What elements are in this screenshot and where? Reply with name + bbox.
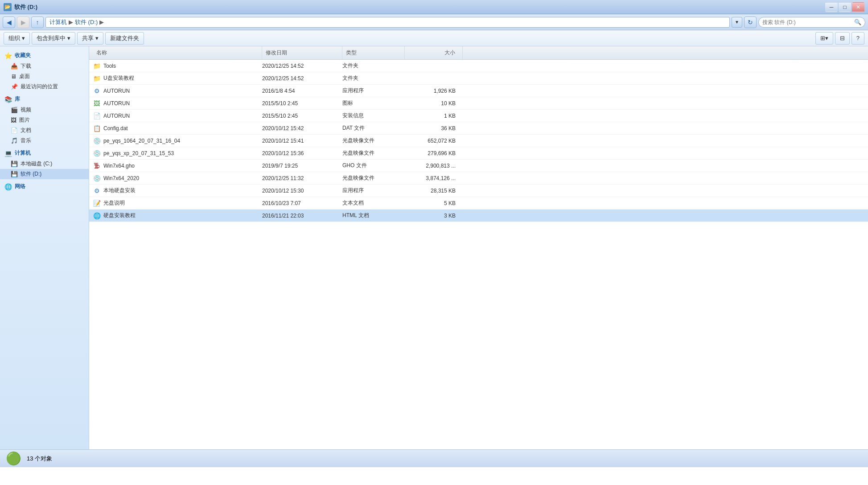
table-row[interactable]: ⚙ AUTORUN 2016/1/8 4:54 应用程序 1,926 KB (89, 85, 868, 97)
file-icon: 💿 (93, 137, 101, 145)
image-label: 图片 (19, 116, 30, 124)
organize-button[interactable]: 组织 ▾ (4, 32, 30, 45)
recent-icon: 📌 (11, 83, 18, 90)
include-library-button[interactable]: 包含到库中 ▾ (32, 32, 75, 45)
table-row[interactable]: 💿 pe_yqs_1064_20_07_31_16_04 2020/10/12 … (89, 135, 868, 147)
table-row[interactable]: 📁 Tools 2020/12/25 14:52 文件夹 (89, 60, 868, 72)
sidebar-favorites-header: ⭐ 收藏夹 (0, 50, 89, 61)
sidebar-item-download[interactable]: 📥 下载 (0, 61, 89, 71)
file-icon: 📝 (93, 199, 101, 207)
table-row[interactable]: 🌐 硬盘安装教程 2016/11/21 22:03 HTML 文档 3 KB (89, 210, 868, 222)
statusbar-count: 13 个对象 (27, 455, 52, 463)
file-cell-date: 2020/10/12 15:41 (262, 138, 342, 144)
file-icon: 📄 (93, 112, 101, 120)
maximize-button[interactable]: □ (839, 2, 851, 12)
back-button[interactable]: ◀ (3, 16, 15, 28)
image-icon: 🖼 (11, 117, 16, 123)
col-header-size[interactable]: 大小 (405, 46, 463, 59)
file-icon: 🖼 (93, 99, 101, 107)
search-box[interactable]: 🔍 (758, 17, 865, 28)
file-cell-date: 2015/5/10 2:45 (262, 113, 342, 119)
table-row[interactable]: 📝 光盘说明 2016/10/23 7:07 文本文档 5 KB (89, 197, 868, 210)
file-cell-name: 📋 Config.dat (93, 124, 262, 132)
sidebar-section-library: 📚 库 🎬 视频 🖼 图片 📄 文档 🎵 音乐 (0, 94, 89, 146)
table-row[interactable]: ⚙ 本地硬盘安装 2020/10/12 15:30 应用程序 28,315 KB (89, 185, 868, 197)
search-input[interactable] (762, 19, 852, 25)
file-cell-name: 💿 pe_yqs_1064_20_07_31_16_04 (93, 137, 262, 145)
sidebar-item-recent[interactable]: 📌 最近访问的位置 (0, 82, 89, 92)
sidebar-section-favorites: ⭐ 收藏夹 📥 下载 🖥 桌面 📌 最近访问的位置 (0, 50, 89, 92)
sidebar-item-local-c[interactable]: 💾 本地磁盘 (C:) (0, 159, 89, 169)
toolbar: 组织 ▾ 包含到库中 ▾ 共享 ▾ 新建文件夹 ⊞▾ ⊟ ? (0, 30, 868, 46)
music-icon: 🎵 (11, 137, 18, 144)
computer-label: 计算机 (15, 149, 31, 157)
sidebar-library-header: 📚 库 (0, 94, 89, 105)
file-icon: 💿 (93, 149, 101, 157)
table-row[interactable]: 💿 pe_yqs_xp_20_07_31_15_53 2020/10/12 15… (89, 147, 868, 160)
file-name: 本地硬盘安装 (103, 187, 136, 194)
table-row[interactable]: 💿 Win7x64_2020 2020/12/25 11:32 光盘映像文件 3… (89, 172, 868, 185)
file-cell-name: 📁 U盘安装教程 (93, 74, 262, 82)
table-row[interactable]: 📁 U盘安装教程 2020/12/25 14:52 文件夹 (89, 72, 868, 85)
sidebar-item-desktop[interactable]: 🖥 桌面 (0, 71, 89, 82)
file-cell-size: 2,900,813 ... (405, 163, 463, 169)
minimize-button[interactable]: ─ (825, 2, 838, 12)
file-cell-size: 5 KB (405, 200, 463, 206)
file-cell-type: HTML 文档 (342, 212, 405, 219)
table-row[interactable]: 📄 AUTORUN 2015/5/10 2:45 安装信息 1 KB (89, 110, 868, 122)
file-cell-size: 36 KB (405, 125, 463, 132)
file-cell-name: 📄 AUTORUN (93, 112, 262, 120)
view-options-button[interactable]: ⊞▾ (815, 32, 833, 45)
disk-c-icon: 💾 (11, 160, 18, 167)
software-d-label: 软件 (D:) (21, 170, 41, 178)
file-cell-name: ⚙ AUTORUN (93, 87, 262, 95)
file-cell-size: 3,874,126 ... (405, 175, 463, 181)
recent-label: 最近访问的位置 (21, 83, 58, 90)
path-item-drive[interactable]: 软件 (D:) (75, 18, 98, 26)
file-cell-type: 光盘映像文件 (342, 149, 405, 157)
col-header-type[interactable]: 类型 (342, 46, 405, 59)
up-button[interactable]: ↑ (31, 16, 44, 28)
search-icon[interactable]: 🔍 (854, 19, 861, 25)
file-icon: 🗜 (93, 162, 101, 170)
file-cell-date: 2020/12/25 11:32 (262, 175, 342, 181)
file-cell-type: 光盘映像文件 (342, 174, 405, 182)
close-button[interactable]: ✕ (852, 2, 864, 12)
file-cell-name: 📝 光盘说明 (93, 199, 262, 207)
help-button[interactable]: ? (852, 32, 864, 45)
file-cell-date: 2019/9/7 19:25 (262, 163, 342, 169)
favorites-icon: ⭐ (4, 52, 12, 59)
file-cell-name: 💿 pe_yqs_xp_20_07_31_15_53 (93, 149, 262, 157)
file-icon: ⚙ (93, 87, 101, 95)
table-row[interactable]: 🗜 Win7x64.gho 2019/9/7 19:25 GHO 文件 2,90… (89, 160, 868, 172)
new-folder-button[interactable]: 新建文件夹 (105, 32, 144, 45)
share-button[interactable]: 共享 ▾ (77, 32, 103, 45)
file-icon: 💿 (93, 174, 101, 182)
sidebar-item-music[interactable]: 🎵 音乐 (0, 136, 89, 146)
address-dropdown-button[interactable]: ▼ (732, 17, 742, 28)
view-pane-button[interactable]: ⊟ (835, 32, 850, 45)
col-header-name[interactable]: 名称 (93, 46, 262, 59)
library-label: 库 (15, 95, 20, 103)
table-row[interactable]: 📋 Config.dat 2020/10/12 15:42 DAT 文件 36 … (89, 122, 868, 135)
file-icon: 📋 (93, 124, 101, 132)
sidebar-item-software-d[interactable]: 💾 软件 (D:) (0, 169, 89, 179)
address-path[interactable]: 计算机 ▶ 软件 (D:) ▶ (45, 17, 730, 28)
refresh-button[interactable]: ↻ (744, 16, 757, 28)
forward-button[interactable]: ▶ (17, 16, 29, 28)
desktop-label: 桌面 (19, 73, 30, 80)
sidebar-section-network: 🌐 网络 (0, 181, 89, 192)
addressbar: ◀ ▶ ↑ 计算机 ▶ 软件 (D:) ▶ ▼ ↻ 🔍 (0, 14, 868, 30)
table-row[interactable]: 🖼 AUTORUN 2015/5/10 2:45 图标 10 KB (89, 97, 868, 110)
toolbar-right: ⊞▾ ⊟ ? (815, 32, 864, 45)
window-title: 软件 (D:) (14, 3, 37, 11)
file-cell-size: 3 KB (405, 213, 463, 219)
file-cell-date: 2016/11/21 22:03 (262, 213, 342, 219)
path-item-computer[interactable]: 计算机 (49, 18, 67, 26)
col-header-date[interactable]: 修改日期 (262, 46, 342, 59)
sidebar-item-image[interactable]: 🖼 图片 (0, 115, 89, 125)
file-cell-name: 🗜 Win7x64.gho (93, 162, 262, 170)
sidebar-item-document[interactable]: 📄 文档 (0, 125, 89, 136)
sidebar-item-video[interactable]: 🎬 视频 (0, 105, 89, 115)
titlebar: 📂 软件 (D:) ─ □ ✕ (0, 0, 868, 14)
